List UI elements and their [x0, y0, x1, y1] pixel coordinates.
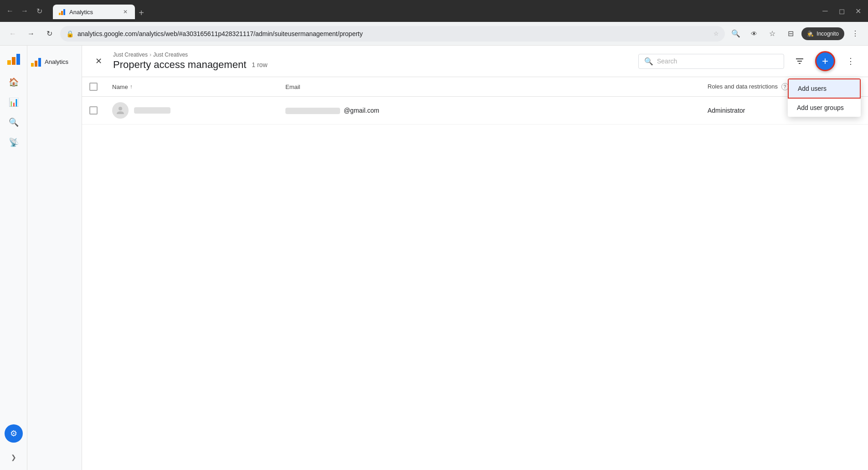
split-view-icon[interactable]: ⊟: [783, 26, 798, 41]
page-header: ✕ Just Creatives › Just Creatives Proper…: [82, 46, 868, 77]
sidebar: 🏠 📊 🔍 📡 ⚙ ❯: [0, 46, 27, 470]
row-check-cell: [82, 97, 105, 125]
active-tab[interactable]: Analytics ✕: [53, 5, 135, 19]
users-table: Name ↑ Email Roles and data restrictions…: [82, 77, 868, 125]
security-icon: 🔒: [66, 30, 74, 37]
svg-rect-8: [38, 58, 41, 67]
app-name-label: Analytics: [45, 58, 68, 65]
incognito-icon: 🕵: [807, 31, 814, 37]
sidebar-item-home[interactable]: 🏠: [5, 73, 23, 91]
sidebar-expand-button[interactable]: ❯: [5, 448, 23, 466]
back-button[interactable]: ←: [4, 5, 16, 17]
row-email-cell: @gmail.com: [278, 97, 700, 125]
page-title: Property access management 1 row: [113, 59, 268, 71]
email-domain: @gmail.com: [344, 107, 379, 114]
row-name-cell: [105, 97, 278, 125]
table-row: @gmail.com Administrator ⋮: [82, 97, 868, 125]
add-button[interactable]: +: [815, 51, 835, 71]
incognito-label: Incognito: [816, 31, 839, 37]
app-layout: 🏠 📊 🔍 📡 ⚙ ❯ Analytics ✕: [0, 46, 868, 470]
svg-rect-6: [31, 63, 34, 67]
close-icon: ✕: [95, 56, 102, 66]
eye-slash-icon[interactable]: 👁: [747, 26, 761, 41]
breadcrumb-separator: ›: [150, 52, 151, 58]
filter-button[interactable]: [791, 53, 808, 69]
back-nav-button[interactable]: ←: [5, 26, 20, 41]
main-content: ✕ Just Creatives › Just Creatives Proper…: [82, 46, 868, 470]
avatar: [112, 102, 129, 119]
svg-rect-1: [61, 11, 63, 15]
add-user-groups-label: Add user groups: [797, 104, 844, 111]
browser-chrome: ← → ↻ Analytics ✕ + ─ ◻ ✕: [0, 0, 868, 22]
col-header-email: Email: [278, 77, 700, 97]
sidebar-item-explore[interactable]: 🔍: [5, 113, 23, 131]
col-name-label: Name: [112, 84, 128, 90]
url-text: analytics.google.com/analytics/web/#a303…: [78, 30, 710, 37]
search-box[interactable]: 🔍 Search: [638, 54, 784, 69]
forward-nav-button[interactable]: →: [24, 26, 38, 41]
col-email-label: Email: [285, 84, 300, 90]
email-blurred-prefix: [285, 108, 340, 114]
role-value: Administrator: [708, 107, 745, 114]
col-header-name[interactable]: Name ↑: [105, 77, 278, 97]
add-user-groups-menu-item[interactable]: Add user groups: [788, 99, 861, 117]
breadcrumb-part2: Just Creatives: [153, 52, 188, 58]
search-browser-button[interactable]: 🔍: [728, 26, 743, 41]
user-name-blurred: [134, 107, 170, 114]
more-icon: ⋮: [847, 56, 855, 66]
reload-button[interactable]: ↻: [33, 5, 46, 17]
breadcrumb: Just Creatives › Just Creatives: [113, 52, 268, 58]
filter-icon: [795, 57, 804, 66]
minimize-button[interactable]: ─: [819, 5, 832, 17]
col-header-check: [82, 77, 105, 97]
search-icon: 🔍: [644, 57, 653, 66]
svg-rect-4: [12, 57, 16, 65]
table-header-row: Name ↑ Email Roles and data restrictions…: [82, 77, 868, 97]
page-title-section: Just Creatives › Just Creatives Property…: [113, 52, 268, 71]
dropdown-menu: Add users Add user groups: [788, 78, 861, 117]
left-nav-panel: Analytics: [27, 46, 82, 470]
sidebar-item-advertising[interactable]: 📡: [5, 133, 23, 151]
sort-ascending-icon: ↑: [130, 84, 133, 90]
add-users-label: Add users: [798, 85, 827, 92]
table-container: Name ↑ Email Roles and data restrictions…: [82, 77, 868, 470]
bookmark-icon[interactable]: ☆: [765, 26, 780, 41]
select-all-checkbox[interactable]: [89, 83, 98, 91]
close-window-button[interactable]: ✕: [852, 5, 864, 17]
search-placeholder: Search: [657, 57, 677, 65]
reload-nav-button[interactable]: ↻: [42, 26, 57, 41]
svg-rect-2: [63, 9, 65, 15]
page-title-text: Property access management: [113, 59, 246, 71]
sidebar-item-reports[interactable]: 📊: [5, 93, 23, 111]
tab-title: Analytics: [69, 9, 93, 16]
address-bar-row: ← → ↻ 🔒 analytics.google.com/analytics/w…: [0, 22, 868, 46]
svg-rect-7: [35, 61, 37, 67]
star-icon: ☆: [713, 30, 719, 37]
app-logo: [5, 49, 23, 68]
svg-rect-5: [16, 54, 20, 65]
add-users-menu-item[interactable]: Add users: [788, 78, 861, 99]
browser-menu-button[interactable]: ⋮: [848, 26, 863, 41]
settings-button[interactable]: ⚙: [5, 424, 23, 443]
tab-bar: Analytics ✕ +: [53, 3, 148, 19]
address-bar[interactable]: 🔒 analytics.google.com/analytics/web/#a3…: [60, 26, 725, 42]
settings-icon: ⚙: [10, 428, 17, 439]
new-tab-button[interactable]: +: [135, 6, 148, 19]
row-count-badge: 1 row: [252, 61, 267, 68]
add-icon: +: [822, 55, 828, 68]
col-roles-label: Roles and data restrictions: [708, 83, 778, 90]
forward-button[interactable]: →: [18, 5, 31, 17]
maximize-button[interactable]: ◻: [835, 5, 848, 17]
more-options-button[interactable]: ⋮: [842, 53, 859, 69]
svg-rect-3: [7, 60, 11, 65]
row-checkbox[interactable]: [89, 106, 98, 115]
tab-favicon: [58, 8, 66, 16]
breadcrumb-part1: Just Creatives: [113, 52, 148, 58]
svg-point-12: [119, 107, 122, 110]
incognito-button[interactable]: 🕵 Incognito: [801, 27, 844, 40]
svg-rect-0: [59, 13, 61, 15]
browser-nav-buttons: ← → ↻: [4, 5, 46, 17]
tab-close-button[interactable]: ✕: [121, 8, 129, 16]
close-panel-button[interactable]: ✕: [91, 54, 106, 68]
